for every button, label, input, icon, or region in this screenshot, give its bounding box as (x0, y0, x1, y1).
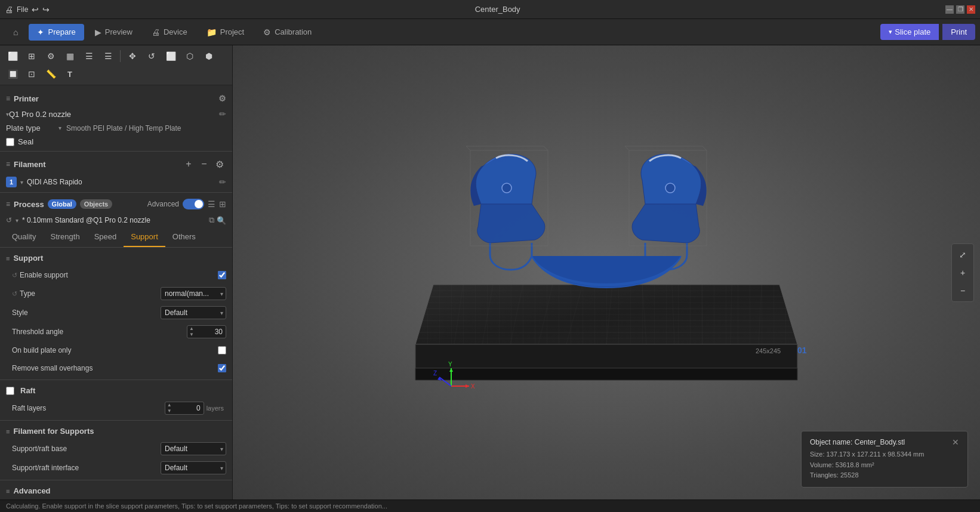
badge-global[interactable]: Global (48, 199, 76, 209)
3d-scene-svg: X Y Z 245x245 01 (403, 118, 809, 428)
tab-quality[interactable]: Quality (5, 227, 43, 247)
process-search-btn[interactable]: 🔍 (217, 215, 226, 225)
raft-enable-checkbox[interactable] (6, 387, 14, 395)
raft-layers-down[interactable]: ▼ (165, 408, 174, 414)
seam-btn[interactable]: 🔲 (4, 66, 21, 82)
redo-btn[interactable]: ↪ (42, 5, 50, 14)
filament-add-btn[interactable]: + (182, 158, 195, 171)
seal-checkbox[interactable] (6, 138, 14, 146)
advanced-group-title: Advanced (13, 486, 50, 495)
grid-btn[interactable]: ⊞ (23, 48, 41, 64)
filament-remove-btn[interactable]: − (198, 158, 211, 171)
printer-section-label: Printer (14, 94, 39, 103)
badge-objects[interactable]: Objects (80, 199, 112, 209)
nav-tab-project[interactable]: 📁 Project (198, 24, 252, 41)
text-btn[interactable]: T (61, 66, 79, 82)
support-raft-interface-control: Default (161, 461, 226, 474)
restore-btn[interactable]: ❐ (956, 5, 964, 14)
measure-btn[interactable]: 📏 (42, 66, 60, 82)
tab-strength[interactable]: Strength (43, 227, 87, 247)
scale-btn[interactable]: ⬜ (162, 48, 180, 64)
remove-small-checkbox[interactable] (218, 364, 226, 372)
printer-settings-icon[interactable]: ⚙ (218, 94, 226, 103)
process-section-icon: ≡ (6, 200, 10, 208)
rotate-btn[interactable]: ↺ (143, 48, 161, 64)
settings-btn[interactable]: ⚙ (42, 48, 60, 64)
print-btn[interactable]: Print (942, 24, 975, 40)
app-icon: 🖨 (5, 5, 13, 14)
printer-section-header[interactable]: ≡ Printer ⚙ (0, 90, 232, 107)
support-btn[interactable]: ⬢ (200, 48, 218, 64)
undo-btn[interactable]: ↩ (32, 5, 39, 14)
support-raft-base-select[interactable]: Default (161, 442, 226, 455)
filament-edit-btn-1[interactable]: ✏ (219, 177, 226, 187)
arrange-btn[interactable]: ▦ (61, 48, 79, 64)
close-btn[interactable]: ✕ (967, 5, 975, 14)
process-copy-btn[interactable]: ⧉ (209, 215, 214, 225)
obj-info-name-label: Object name: (810, 438, 852, 446)
advanced-toggle-switch[interactable] (183, 199, 204, 209)
threshold-angle-control: ▲ ▼ (187, 325, 226, 338)
zoom-fit-btn[interactable]: ⤢ (954, 246, 971, 263)
cut-btn[interactable]: ⬡ (181, 48, 199, 64)
threshold-angle-input[interactable] (196, 326, 226, 338)
process-undo-icon: ↺ (6, 216, 12, 224)
printer-section-icon: ≡ (6, 94, 10, 103)
orient-btn[interactable]: ☰ (99, 48, 117, 64)
nav-tab-device-label: Device (164, 27, 187, 36)
tab-others[interactable]: Others (165, 227, 203, 247)
file-menu[interactable]: File (17, 5, 28, 14)
move-btn[interactable]: ✥ (124, 48, 141, 64)
filament-supports-group-header[interactable]: ≡ Filament for Supports (0, 423, 232, 439)
process-grid-icon[interactable]: ⊞ (219, 199, 226, 209)
filament-arrow-1: ▾ (20, 179, 23, 186)
nav-tab-prepare[interactable]: ✦ Prepare (29, 24, 84, 41)
obj-info-size-line: Size: 137.173 x 127.211 x 98.5344 mm (810, 449, 959, 460)
raft-layers-up[interactable]: ▲ (165, 402, 174, 408)
nav-tab-home[interactable]: ⌂ (5, 24, 26, 41)
zoom-in-btn[interactable]: + (954, 264, 971, 281)
nav-tab-calibration[interactable]: ⚙ Calibration (255, 24, 320, 41)
support-raft-interface-row: Support/raft interface Default (0, 458, 232, 477)
nav-tab-device[interactable]: 🖨 Device (143, 24, 196, 41)
advanced-group-header[interactable]: ≡ Advanced (0, 483, 232, 499)
process-list-icon[interactable]: ☰ (208, 199, 215, 209)
support-group-header[interactable]: ≡ Support (0, 250, 232, 266)
enable-support-checkbox[interactable] (218, 271, 226, 279)
slice-plate-btn[interactable]: ▾ Slice plate (880, 24, 939, 40)
support-raft-base-label: Support/raft base (12, 445, 67, 453)
seal-row: Seal (0, 135, 232, 149)
add-object-btn[interactable]: ⬜ (4, 48, 21, 64)
obj-info-name-value: Center_Body.stl (855, 438, 905, 446)
support-style-label: Style (12, 309, 28, 317)
enable-support-reset-icon[interactable]: ↺ (12, 272, 17, 279)
support-style-select[interactable]: Default (161, 306, 226, 319)
on-build-plate-checkbox[interactable] (218, 346, 226, 354)
fdm-btn[interactable]: ⊡ (23, 66, 41, 82)
filament-settings-btn[interactable]: ⚙ (213, 158, 226, 171)
threshold-angle-up[interactable]: ▲ (187, 326, 196, 332)
tab-support[interactable]: Support (124, 227, 165, 247)
layers-btn[interactable]: ☰ (80, 48, 98, 64)
raft-layers-input[interactable] (174, 402, 204, 414)
support-type-select[interactable]: normal(man... (161, 287, 226, 300)
filament-supports-group-icon: ≡ (6, 428, 10, 435)
process-section-header: ≡ Process Global Objects Advanced ☰ ⊞ (0, 195, 232, 213)
support-raft-interface-select[interactable]: Default (161, 461, 226, 474)
raft-group-header[interactable]: Raft (0, 383, 232, 399)
zoom-out-btn[interactable]: − (954, 282, 971, 299)
minimize-btn[interactable]: — (945, 5, 954, 14)
svg-point-26 (665, 183, 675, 193)
obj-info-close-btn[interactable]: ✕ (952, 437, 959, 447)
divider-filament-supports (0, 420, 232, 421)
raft-group-title: Raft (20, 386, 35, 395)
sidebar: ⬜ ⊞ ⚙ ▦ ☰ ☰ ✥ ↺ ⬜ ⬡ ⬢ 🔲 ⊡ 📏 T ≡ Printer … (0, 45, 233, 499)
support-type-reset-icon[interactable]: ↺ (12, 290, 17, 298)
home-icon: ⌂ (13, 27, 18, 37)
tab-speed[interactable]: Speed (87, 227, 124, 247)
threshold-angle-down[interactable]: ▼ (187, 332, 196, 338)
nav-tab-preview[interactable]: ▶ Preview (87, 24, 141, 41)
printer-edit-btn[interactable]: ✏ (219, 109, 226, 119)
svg-line-29 (544, 146, 548, 150)
support-raft-base-row: Support/raft base Default (0, 439, 232, 458)
